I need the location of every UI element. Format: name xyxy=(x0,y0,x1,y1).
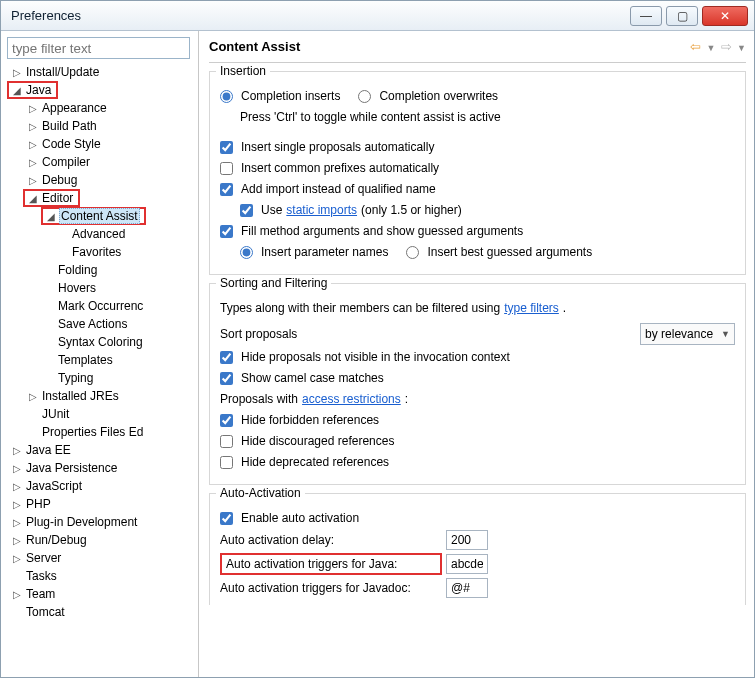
chevron-right-icon[interactable]: ▷ xyxy=(11,588,23,600)
auto-delay-label: Auto activation delay: xyxy=(220,533,442,547)
chevron-down-icon[interactable]: ◢ xyxy=(11,85,23,97)
triggers-java-label: Auto activation triggers for Java: xyxy=(226,557,436,571)
tree-item-compiler[interactable]: Compiler xyxy=(41,155,91,169)
chevron-right-icon[interactable]: ▷ xyxy=(27,120,39,132)
hide-forbidden-checkbox[interactable] xyxy=(220,414,233,427)
tree-item-php[interactable]: PHP xyxy=(25,497,52,511)
window-title: Preferences xyxy=(7,8,630,23)
right-pane: Content Assist ⇦ ▼ ⇨ ▼ Insertion Complet… xyxy=(199,31,754,677)
chevron-down-icon[interactable]: ◢ xyxy=(45,211,57,223)
tree-item-typing[interactable]: Typing xyxy=(57,371,94,385)
fill-method-label: Fill method arguments and show guessed a… xyxy=(241,224,523,238)
fill-method-checkbox[interactable] xyxy=(220,225,233,238)
tree-item-install[interactable]: Install/Update xyxy=(25,65,100,79)
chevron-right-icon[interactable]: ▷ xyxy=(11,444,23,456)
tree-item-hovers[interactable]: Hovers xyxy=(57,281,97,295)
tree-item-junit[interactable]: JUnit xyxy=(41,407,70,421)
insert-best-guessed-radio[interactable] xyxy=(406,246,419,259)
sort-proposals-combo[interactable]: by relevance ▼ xyxy=(640,323,735,345)
close-button[interactable]: ✕ xyxy=(702,6,748,26)
completion-overwrites-label: Completion overwrites xyxy=(379,89,498,103)
chevron-right-icon[interactable]: ▷ xyxy=(11,498,23,510)
tree-item-advanced[interactable]: Advanced xyxy=(71,227,126,241)
chevron-right-icon[interactable]: ▷ xyxy=(27,102,39,114)
show-camel-label: Show camel case matches xyxy=(241,371,384,385)
insert-param-names-radio[interactable] xyxy=(240,246,253,259)
tree-item-java-ee[interactable]: Java EE xyxy=(25,443,72,457)
tree-item-syntax-coloring[interactable]: Syntax Coloring xyxy=(57,335,144,349)
chevron-right-icon[interactable]: ▷ xyxy=(11,480,23,492)
tree-item-run-debug[interactable]: Run/Debug xyxy=(25,533,88,547)
insertion-legend: Insertion xyxy=(216,64,270,78)
tree-item-build-path[interactable]: Build Path xyxy=(41,119,98,133)
tree-item-installed-jres[interactable]: Installed JREs xyxy=(41,389,120,403)
tree-item-team[interactable]: Team xyxy=(25,587,56,601)
insert-single-checkbox[interactable] xyxy=(220,141,233,154)
chevron-right-icon[interactable]: ▷ xyxy=(11,534,23,546)
hide-not-visible-checkbox[interactable] xyxy=(220,351,233,364)
preferences-tree[interactable]: ▷Install/Update ◢Java ▷Appearance ▷Build… xyxy=(7,63,196,671)
tree-item-appearance[interactable]: Appearance xyxy=(41,101,108,115)
tree-item-plugin-dev[interactable]: Plug-in Development xyxy=(25,515,138,529)
insertion-group: Insertion Completion inserts Completion … xyxy=(209,71,746,275)
chevron-right-icon[interactable]: ▷ xyxy=(27,156,39,168)
tree-item-favorites[interactable]: Favorites xyxy=(71,245,122,259)
static-imports-link[interactable]: static imports xyxy=(286,203,357,217)
insert-common-checkbox[interactable] xyxy=(220,162,233,175)
tree-item-javascript[interactable]: JavaScript xyxy=(25,479,83,493)
use-static-pre: Use xyxy=(261,203,282,217)
triggers-javadoc-input[interactable] xyxy=(446,578,488,598)
chevron-down-icon: ▼ xyxy=(721,329,730,339)
hide-discouraged-checkbox[interactable] xyxy=(220,435,233,448)
filter-input[interactable] xyxy=(7,37,190,59)
sorting-legend: Sorting and Filtering xyxy=(216,276,331,290)
hide-deprecated-checkbox[interactable] xyxy=(220,456,233,469)
minimize-button[interactable]: — xyxy=(630,6,662,26)
tree-item-templates[interactable]: Templates xyxy=(57,353,114,367)
add-import-checkbox[interactable] xyxy=(220,183,233,196)
tree-item-tomcat[interactable]: Tomcat xyxy=(25,605,66,619)
type-filters-link[interactable]: type filters xyxy=(504,301,559,315)
chevron-right-icon[interactable]: ▷ xyxy=(27,138,39,150)
chevron-down-icon[interactable]: ◢ xyxy=(27,193,39,205)
left-pane: ▷Install/Update ◢Java ▷Appearance ▷Build… xyxy=(1,31,199,677)
content-area: ▷Install/Update ◢Java ▷Appearance ▷Build… xyxy=(1,31,754,677)
use-static-checkbox[interactable] xyxy=(240,204,253,217)
chevron-right-icon[interactable]: ▷ xyxy=(11,462,23,474)
chevron-right-icon[interactable]: ▷ xyxy=(27,174,39,186)
tree-item-folding[interactable]: Folding xyxy=(57,263,98,277)
chevron-right-icon[interactable]: ▷ xyxy=(11,552,23,564)
tree-item-java[interactable]: Java xyxy=(25,83,52,97)
tree-item-properties-files[interactable]: Properties Files Ed xyxy=(41,425,144,439)
tree-item-tasks[interactable]: Tasks xyxy=(25,569,58,583)
auto-delay-input[interactable] xyxy=(446,530,488,550)
forward-menu-icon[interactable]: ▼ xyxy=(737,43,746,53)
tree-item-mark-occurrences[interactable]: Mark Occurrenc xyxy=(57,299,144,313)
use-static-post: (only 1.5 or higher) xyxy=(361,203,462,217)
hide-discouraged-label: Hide discouraged references xyxy=(241,434,394,448)
tree-item-save-actions[interactable]: Save Actions xyxy=(57,317,128,331)
back-icon[interactable]: ⇦ xyxy=(690,39,701,54)
enable-auto-label: Enable auto activation xyxy=(241,511,359,525)
completion-inserts-radio[interactable] xyxy=(220,90,233,103)
tree-item-editor[interactable]: Editor xyxy=(41,191,74,205)
chevron-right-icon[interactable]: ▷ xyxy=(11,66,23,78)
tree-item-java-persistence[interactable]: Java Persistence xyxy=(25,461,118,475)
access-restrictions-link[interactable]: access restrictions xyxy=(302,392,401,406)
enable-auto-checkbox[interactable] xyxy=(220,512,233,525)
window-buttons: — ▢ ✕ xyxy=(630,6,748,26)
maximize-button[interactable]: ▢ xyxy=(666,6,698,26)
hide-not-visible-label: Hide proposals not visible in the invoca… xyxy=(241,350,510,364)
tree-item-content-assist[interactable]: Content Assist xyxy=(59,208,140,224)
tree-item-code-style[interactable]: Code Style xyxy=(41,137,102,151)
types-hint-pre: Types along with their members can be fi… xyxy=(220,301,500,315)
tree-item-debug[interactable]: Debug xyxy=(41,173,78,187)
chevron-right-icon[interactable]: ▷ xyxy=(11,516,23,528)
tree-item-server[interactable]: Server xyxy=(25,551,62,565)
show-camel-checkbox[interactable] xyxy=(220,372,233,385)
forward-icon[interactable]: ⇨ xyxy=(721,39,732,54)
chevron-right-icon[interactable]: ▷ xyxy=(27,390,39,402)
back-menu-icon[interactable]: ▼ xyxy=(706,43,715,53)
triggers-java-input[interactable] xyxy=(446,554,488,574)
completion-overwrites-radio[interactable] xyxy=(358,90,371,103)
